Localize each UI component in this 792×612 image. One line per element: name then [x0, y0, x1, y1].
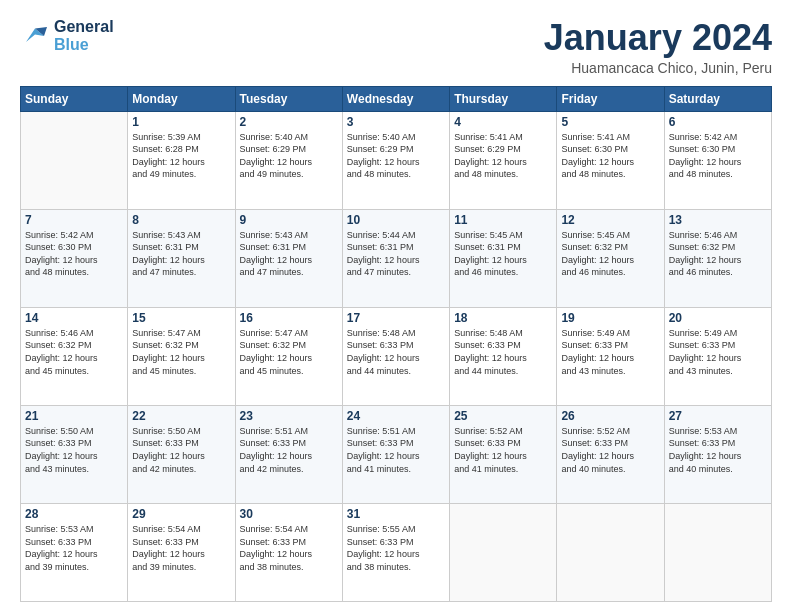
calendar-cell: 1Sunrise: 5:39 AM Sunset: 6:28 PM Daylig… — [128, 111, 235, 209]
calendar-cell — [557, 503, 664, 601]
day-number: 22 — [132, 409, 230, 423]
day-number: 25 — [454, 409, 552, 423]
calendar-cell: 10Sunrise: 5:44 AM Sunset: 6:31 PM Dayli… — [342, 209, 449, 307]
day-info: Sunrise: 5:54 AM Sunset: 6:33 PM Dayligh… — [240, 523, 338, 573]
weekday-header: Friday — [557, 86, 664, 111]
calendar-cell — [21, 111, 128, 209]
calendar-cell: 18Sunrise: 5:48 AM Sunset: 6:33 PM Dayli… — [450, 307, 557, 405]
day-info: Sunrise: 5:51 AM Sunset: 6:33 PM Dayligh… — [347, 425, 445, 475]
calendar-cell: 5Sunrise: 5:41 AM Sunset: 6:30 PM Daylig… — [557, 111, 664, 209]
calendar-header-row: SundayMondayTuesdayWednesdayThursdayFrid… — [21, 86, 772, 111]
logo: General Blue — [20, 18, 114, 55]
logo-icon — [20, 21, 50, 51]
calendar-cell: 9Sunrise: 5:43 AM Sunset: 6:31 PM Daylig… — [235, 209, 342, 307]
calendar-cell: 8Sunrise: 5:43 AM Sunset: 6:31 PM Daylig… — [128, 209, 235, 307]
day-number: 24 — [347, 409, 445, 423]
calendar-cell: 23Sunrise: 5:51 AM Sunset: 6:33 PM Dayli… — [235, 405, 342, 503]
day-info: Sunrise: 5:50 AM Sunset: 6:33 PM Dayligh… — [25, 425, 123, 475]
weekday-header: Monday — [128, 86, 235, 111]
logo-general: General — [54, 18, 114, 36]
logo-blue: Blue — [54, 36, 114, 54]
day-number: 30 — [240, 507, 338, 521]
day-info: Sunrise: 5:54 AM Sunset: 6:33 PM Dayligh… — [132, 523, 230, 573]
calendar-cell: 29Sunrise: 5:54 AM Sunset: 6:33 PM Dayli… — [128, 503, 235, 601]
calendar-cell: 13Sunrise: 5:46 AM Sunset: 6:32 PM Dayli… — [664, 209, 771, 307]
day-number: 15 — [132, 311, 230, 325]
day-number: 20 — [669, 311, 767, 325]
weekday-header: Saturday — [664, 86, 771, 111]
calendar-cell — [450, 503, 557, 601]
calendar-cell: 22Sunrise: 5:50 AM Sunset: 6:33 PM Dayli… — [128, 405, 235, 503]
calendar-cell: 11Sunrise: 5:45 AM Sunset: 6:31 PM Dayli… — [450, 209, 557, 307]
calendar-cell: 25Sunrise: 5:52 AM Sunset: 6:33 PM Dayli… — [450, 405, 557, 503]
day-number: 6 — [669, 115, 767, 129]
calendar-week-row: 14Sunrise: 5:46 AM Sunset: 6:32 PM Dayli… — [21, 307, 772, 405]
calendar-cell: 30Sunrise: 5:54 AM Sunset: 6:33 PM Dayli… — [235, 503, 342, 601]
calendar-week-row: 7Sunrise: 5:42 AM Sunset: 6:30 PM Daylig… — [21, 209, 772, 307]
day-number: 21 — [25, 409, 123, 423]
title-block: January 2024 Huamancaca Chico, Junin, Pe… — [544, 18, 772, 76]
day-number: 17 — [347, 311, 445, 325]
day-info: Sunrise: 5:53 AM Sunset: 6:33 PM Dayligh… — [669, 425, 767, 475]
calendar-cell: 28Sunrise: 5:53 AM Sunset: 6:33 PM Dayli… — [21, 503, 128, 601]
day-number: 29 — [132, 507, 230, 521]
calendar-cell: 31Sunrise: 5:55 AM Sunset: 6:33 PM Dayli… — [342, 503, 449, 601]
day-info: Sunrise: 5:53 AM Sunset: 6:33 PM Dayligh… — [25, 523, 123, 573]
day-number: 19 — [561, 311, 659, 325]
day-info: Sunrise: 5:55 AM Sunset: 6:33 PM Dayligh… — [347, 523, 445, 573]
calendar-cell: 3Sunrise: 5:40 AM Sunset: 6:29 PM Daylig… — [342, 111, 449, 209]
weekday-header: Tuesday — [235, 86, 342, 111]
day-info: Sunrise: 5:48 AM Sunset: 6:33 PM Dayligh… — [347, 327, 445, 377]
location: Huamancaca Chico, Junin, Peru — [544, 60, 772, 76]
calendar-cell: 19Sunrise: 5:49 AM Sunset: 6:33 PM Dayli… — [557, 307, 664, 405]
day-number: 28 — [25, 507, 123, 521]
day-number: 1 — [132, 115, 230, 129]
day-info: Sunrise: 5:43 AM Sunset: 6:31 PM Dayligh… — [240, 229, 338, 279]
day-number: 11 — [454, 213, 552, 227]
day-number: 7 — [25, 213, 123, 227]
calendar-cell: 17Sunrise: 5:48 AM Sunset: 6:33 PM Dayli… — [342, 307, 449, 405]
calendar-cell: 26Sunrise: 5:52 AM Sunset: 6:33 PM Dayli… — [557, 405, 664, 503]
day-info: Sunrise: 5:40 AM Sunset: 6:29 PM Dayligh… — [347, 131, 445, 181]
day-info: Sunrise: 5:49 AM Sunset: 6:33 PM Dayligh… — [669, 327, 767, 377]
calendar-cell: 27Sunrise: 5:53 AM Sunset: 6:33 PM Dayli… — [664, 405, 771, 503]
calendar-week-row: 21Sunrise: 5:50 AM Sunset: 6:33 PM Dayli… — [21, 405, 772, 503]
day-info: Sunrise: 5:45 AM Sunset: 6:31 PM Dayligh… — [454, 229, 552, 279]
day-number: 31 — [347, 507, 445, 521]
day-number: 4 — [454, 115, 552, 129]
day-number: 5 — [561, 115, 659, 129]
day-number: 14 — [25, 311, 123, 325]
day-info: Sunrise: 5:46 AM Sunset: 6:32 PM Dayligh… — [25, 327, 123, 377]
day-info: Sunrise: 5:51 AM Sunset: 6:33 PM Dayligh… — [240, 425, 338, 475]
calendar-cell: 16Sunrise: 5:47 AM Sunset: 6:32 PM Dayli… — [235, 307, 342, 405]
calendar-table: SundayMondayTuesdayWednesdayThursdayFrid… — [20, 86, 772, 602]
day-info: Sunrise: 5:47 AM Sunset: 6:32 PM Dayligh… — [132, 327, 230, 377]
day-number: 23 — [240, 409, 338, 423]
day-info: Sunrise: 5:40 AM Sunset: 6:29 PM Dayligh… — [240, 131, 338, 181]
day-number: 16 — [240, 311, 338, 325]
day-info: Sunrise: 5:52 AM Sunset: 6:33 PM Dayligh… — [454, 425, 552, 475]
day-info: Sunrise: 5:44 AM Sunset: 6:31 PM Dayligh… — [347, 229, 445, 279]
day-number: 2 — [240, 115, 338, 129]
calendar-cell: 6Sunrise: 5:42 AM Sunset: 6:30 PM Daylig… — [664, 111, 771, 209]
month-title: January 2024 — [544, 18, 772, 58]
header: General Blue January 2024 Huamancaca Chi… — [20, 18, 772, 76]
calendar-week-row: 28Sunrise: 5:53 AM Sunset: 6:33 PM Dayli… — [21, 503, 772, 601]
calendar-cell: 7Sunrise: 5:42 AM Sunset: 6:30 PM Daylig… — [21, 209, 128, 307]
day-number: 27 — [669, 409, 767, 423]
day-number: 9 — [240, 213, 338, 227]
calendar-cell: 4Sunrise: 5:41 AM Sunset: 6:29 PM Daylig… — [450, 111, 557, 209]
calendar-cell: 20Sunrise: 5:49 AM Sunset: 6:33 PM Dayli… — [664, 307, 771, 405]
calendar-cell: 21Sunrise: 5:50 AM Sunset: 6:33 PM Dayli… — [21, 405, 128, 503]
day-number: 12 — [561, 213, 659, 227]
day-info: Sunrise: 5:49 AM Sunset: 6:33 PM Dayligh… — [561, 327, 659, 377]
day-number: 8 — [132, 213, 230, 227]
calendar-cell: 24Sunrise: 5:51 AM Sunset: 6:33 PM Dayli… — [342, 405, 449, 503]
calendar-cell: 14Sunrise: 5:46 AM Sunset: 6:32 PM Dayli… — [21, 307, 128, 405]
day-info: Sunrise: 5:39 AM Sunset: 6:28 PM Dayligh… — [132, 131, 230, 181]
day-info: Sunrise: 5:50 AM Sunset: 6:33 PM Dayligh… — [132, 425, 230, 475]
day-info: Sunrise: 5:47 AM Sunset: 6:32 PM Dayligh… — [240, 327, 338, 377]
page: General Blue January 2024 Huamancaca Chi… — [0, 0, 792, 612]
day-number: 13 — [669, 213, 767, 227]
day-number: 18 — [454, 311, 552, 325]
